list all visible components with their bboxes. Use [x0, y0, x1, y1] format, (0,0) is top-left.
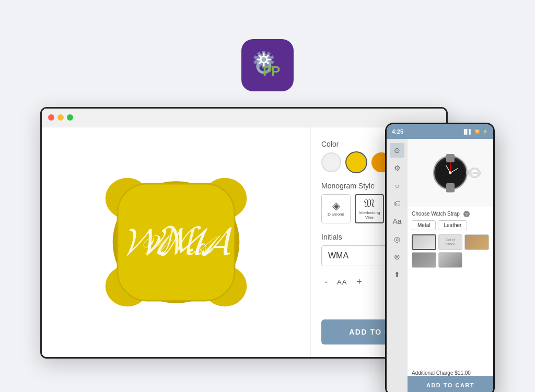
minimize-button[interactable] [57, 114, 64, 121]
sidebar-icon-text[interactable]: Aa [390, 214, 404, 229]
watch-image-area: LOCK [408, 139, 493, 207]
sidebar-icon-export[interactable]: ⬆ [390, 267, 404, 282]
size-decrease-button[interactable]: - [321, 276, 331, 289]
svg-line-10 [259, 62, 261, 64]
additional-charge: Additional Charge $11.00 [408, 367, 493, 376]
svg-point-28 [449, 171, 452, 174]
sidebar-icon-tag[interactable]: 🏷 [390, 196, 404, 211]
monogram-interlocking-vine[interactable]: 𝔐 Interlocking Vine [355, 194, 384, 223]
out-of-stock-label: Out ofStock [445, 238, 455, 247]
wifi-icon: 🛜 [474, 129, 480, 134]
color-swatch-yellow[interactable] [346, 152, 366, 172]
svg-line-11 [267, 56, 269, 57]
vine-label: Interlocking Vine [358, 210, 381, 220]
pillow-image: 𝓦𝓜𝓐 ℳ 𝒲 𝒜 [103, 169, 249, 315]
diamond-label: Diamond [328, 212, 344, 217]
mobile-add-to-cart-button[interactable]: ADD TO CART [408, 376, 493, 393]
status-icons: ▐▌▌ 🛜 ⚡ [462, 129, 488, 134]
sidebar-icon-adjust[interactable]: ⚙ [390, 161, 404, 175]
mobile-sidebar: ⊙ ⚙ ○ 🏷 Aa ◎ ⊚ ⬆ [387, 139, 408, 393]
desktop-titlebar [42, 109, 446, 127]
mobile-time: 4:25 [392, 128, 403, 135]
battery-icon: ⚡ [482, 129, 488, 134]
sidebar-icon-clock[interactable]: ⊙ [390, 143, 404, 158]
strap-title: Choose Watch Strap ? [412, 211, 489, 218]
strap-type-leather[interactable]: Leather [438, 220, 467, 230]
watch-options: Choose Watch Strap ? Metal Leather [408, 207, 493, 367]
sidebar-icon-circle[interactable]: ○ [390, 179, 404, 193]
svg-text:P: P [271, 63, 280, 79]
vine-glyph: 𝔐 [364, 198, 375, 209]
signal-icon: ▐▌▌ [462, 129, 472, 134]
page-wrapper: P P [0, 23, 535, 369]
size-label: AA [337, 278, 347, 286]
monogram-diamond[interactable]: ◈ Diamond [321, 194, 351, 223]
svg-rect-30 [446, 154, 455, 162]
diamond-glyph: ◈ [332, 200, 340, 211]
mobile-body: ⊙ ⚙ ○ 🏷 Aa ◎ ⊚ ⬆ [387, 139, 493, 393]
strap-option-3[interactable] [464, 234, 489, 250]
sidebar-icon-target[interactable]: ◎ [390, 232, 404, 246]
devices-container: 𝓦𝓜𝓐 ℳ 𝒲 𝒜 Color [40, 107, 495, 359]
svg-line-8 [259, 56, 261, 57]
strap-options-grid: Out ofStock [412, 234, 489, 268]
svg-line-9 [267, 62, 269, 64]
close-button[interactable] [48, 114, 54, 121]
strap-type-buttons: Metal Leather [412, 220, 489, 230]
color-swatch-white[interactable] [321, 152, 341, 172]
mobile-mockup: 4:25 ▐▌▌ 🛜 ⚡ ⊙ ⚙ ○ 🏷 Aa ◎ ⊚ ⬆ [385, 123, 495, 393]
size-increase-button[interactable]: + [353, 276, 365, 289]
svg-text:LOCK: LOCK [472, 172, 478, 174]
maximize-button[interactable] [67, 114, 73, 121]
product-image-area: 𝓦𝓜𝓐 ℳ 𝒲 𝒜 [42, 127, 310, 357]
strap-option-1[interactable] [412, 234, 436, 250]
strap-option-out-of-stock[interactable]: Out ofStock [438, 234, 463, 250]
mobile-status-bar: 4:25 ▐▌▌ 🛜 ⚡ [387, 124, 493, 139]
strap-option-4[interactable] [412, 252, 436, 268]
sidebar-icon-dots[interactable]: ⊚ [390, 250, 404, 264]
traffic-lights [48, 114, 73, 121]
info-icon: ? [463, 211, 470, 217]
strap-option-5[interactable] [438, 252, 463, 268]
app-icon: P P [241, 39, 294, 91]
strap-type-metal[interactable]: Metal [412, 220, 436, 230]
svg-rect-31 [446, 183, 455, 193]
mobile-main-content: LOCK Choose Watch Strap ? Metal Leather [408, 139, 493, 393]
